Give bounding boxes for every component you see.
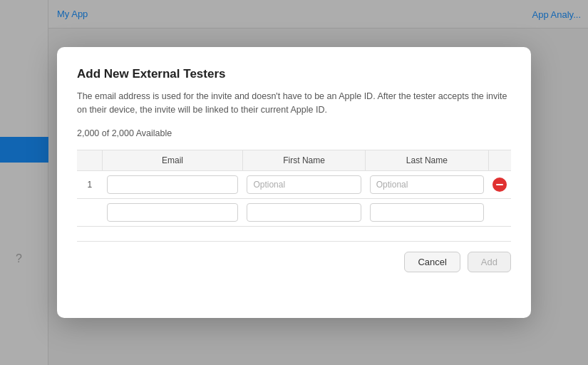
col-action: [488, 150, 511, 170]
table-row-empty: [77, 198, 511, 226]
last-name-cell-empty: [366, 198, 488, 226]
available-count: 2,000 of 2,000 Available: [77, 128, 511, 138]
col-email: Email: [103, 150, 243, 170]
modal-overlay: Add New External Testers The email addre…: [0, 0, 588, 365]
testers-table: Email First Name Last Name 1: [77, 150, 511, 227]
add-button[interactable]: Add: [468, 252, 511, 272]
first-name-cell: [242, 170, 365, 198]
first-name-cell-empty: [242, 198, 365, 226]
row-number: 1: [77, 170, 103, 198]
row-number-empty: [77, 198, 103, 226]
email-input-empty[interactable]: [107, 203, 239, 222]
email-input[interactable]: [107, 175, 239, 194]
col-first-name: First Name: [242, 150, 365, 170]
col-number: [77, 150, 103, 170]
modal-title: Add New External Testers: [77, 67, 511, 81]
last-name-cell: [366, 170, 488, 198]
table-row: 1: [77, 170, 511, 198]
add-testers-modal: Add New External Testers The email addre…: [57, 47, 531, 318]
col-last-name: Last Name: [366, 150, 488, 170]
remove-cell-empty: [488, 198, 511, 226]
email-cell: [103, 170, 243, 198]
first-name-input[interactable]: [247, 175, 361, 194]
first-name-input-empty[interactable]: [247, 203, 361, 222]
remove-row-button[interactable]: [492, 178, 507, 192]
modal-description: The email address is used for the invite…: [77, 90, 511, 117]
modal-footer: Cancel Add: [77, 241, 511, 272]
last-name-input[interactable]: [370, 175, 484, 194]
email-cell-empty: [103, 198, 243, 226]
remove-cell: [488, 170, 511, 198]
last-name-input-empty[interactable]: [370, 203, 484, 222]
cancel-button[interactable]: Cancel: [404, 252, 460, 272]
